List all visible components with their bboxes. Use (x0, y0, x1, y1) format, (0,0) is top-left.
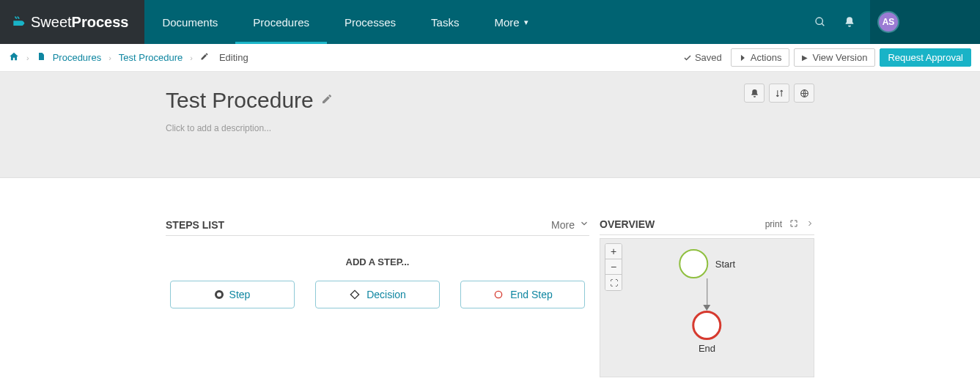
add-step-button[interactable]: Step (170, 281, 295, 308)
overview-header: OVERVIEW print (600, 218, 814, 235)
zoom-fit-button[interactable]: ⛶ (605, 275, 622, 290)
steps-list-title: STEPS LIST (166, 219, 224, 231)
brand-prefix: Sweet (31, 14, 72, 31)
add-decision-label: Decision (366, 289, 406, 300)
decision-icon (349, 289, 361, 300)
steps-column: STEPS LIST More ADD A STEP... Step Decis… (166, 218, 589, 377)
breadcrumb: › Procedures › Test Procedure › Editing (9, 51, 248, 64)
nav-tasks[interactable]: Tasks (413, 0, 476, 44)
pencil-icon (200, 52, 209, 63)
main: STEPS LIST More ADD A STEP... Step Decis… (0, 178, 980, 377)
breadcrumb-sep: › (108, 53, 111, 62)
overview-column: OVERVIEW print + − ⛶ Start (600, 218, 814, 377)
svg-rect-3 (350, 290, 358, 298)
sub-actions: Saved Actions ▶ View Version Request App… (683, 48, 971, 67)
home-icon[interactable] (9, 51, 19, 64)
procedure-title-text: Test Procedure (166, 88, 314, 113)
add-decision-button[interactable]: Decision (315, 281, 440, 308)
add-end-step-button[interactable]: End Step (460, 281, 585, 308)
sort-icon[interactable] (769, 84, 789, 103)
notifications-icon[interactable] (744, 84, 765, 103)
breadcrumb-sep: › (26, 53, 29, 62)
avatar: AS (877, 11, 899, 33)
nav-processes[interactable]: Processes (327, 0, 413, 44)
svg-point-4 (495, 291, 502, 297)
nav-items: Documents Procedures Processes Tasks Mor… (144, 0, 545, 44)
flow-start-node[interactable] (679, 249, 708, 278)
steps-more-button[interactable]: More (551, 218, 589, 231)
user-chip[interactable]: AS (870, 0, 980, 44)
saved-indicator: Saved (683, 52, 722, 63)
step-icon (215, 290, 224, 299)
chevron-down-icon (579, 218, 589, 231)
top-nav: SweetProcess Documents Procedures Proces… (0, 0, 980, 44)
title-icon-row (744, 84, 814, 103)
logo-icon (10, 14, 26, 30)
chevron-down-icon: ▾ (524, 18, 528, 27)
overview-panel: + − ⛶ Start End (600, 238, 814, 377)
expand-icon[interactable] (789, 219, 798, 230)
brand-logo[interactable]: SweetProcess (0, 0, 144, 44)
request-approval-button[interactable]: Request Approval (880, 48, 971, 67)
brand-bold: Process (72, 14, 129, 31)
nav-more[interactable]: More ▾ (476, 0, 545, 44)
edit-title-icon[interactable] (321, 93, 333, 108)
zoom-in-button[interactable]: + (605, 244, 622, 259)
steps-more-label: More (551, 219, 575, 231)
breadcrumb-item[interactable]: Test Procedure (119, 52, 183, 63)
nav-icons (807, 0, 870, 44)
search-icon[interactable] (807, 9, 833, 35)
zoom-controls: + − ⛶ (605, 243, 622, 291)
nav-procedures[interactable]: Procedures (235, 0, 327, 44)
title-band: Test Procedure Click to add a descriptio… (0, 72, 980, 178)
actions-label: Actions (751, 52, 782, 63)
nav-more-label: More (494, 16, 519, 29)
flow-arrow (704, 278, 711, 311)
file-icon (37, 51, 45, 64)
nav-documents[interactable]: Documents (144, 0, 235, 44)
flow-end-node[interactable] (693, 311, 722, 340)
sub-bar: › Procedures › Test Procedure › Editing … (0, 44, 980, 72)
svg-line-1 (822, 23, 824, 26)
actions-button[interactable]: Actions (731, 48, 790, 67)
view-version-button[interactable]: ▶ View Version (794, 48, 875, 67)
svg-point-0 (816, 18, 822, 24)
add-a-step-header: ADD A STEP... (166, 256, 589, 267)
zoom-out-button[interactable]: − (605, 259, 622, 275)
add-step-label: Step (229, 289, 251, 300)
breadcrumb-editing: Editing (219, 52, 248, 63)
add-end-step-label: End Step (510, 289, 553, 300)
overview-title: OVERVIEW (600, 218, 655, 230)
steps-list-header: STEPS LIST More (166, 218, 589, 236)
description-placeholder[interactable]: Click to add a description... (166, 123, 980, 133)
view-version-label: View Version (812, 52, 867, 63)
chevron-right-icon[interactable] (806, 219, 814, 230)
flow-start-label: Start (715, 259, 735, 270)
saved-label: Saved (695, 52, 722, 63)
play-icon: ▶ (802, 53, 808, 62)
bell-icon[interactable] (836, 9, 863, 35)
end-step-icon (493, 289, 504, 300)
procedure-title[interactable]: Test Procedure (166, 88, 980, 113)
flow-end-label: End (699, 343, 715, 354)
overview-tools: print (765, 219, 814, 230)
globe-icon[interactable] (794, 84, 814, 103)
print-link[interactable]: print (765, 219, 782, 229)
breadcrumb-procedures[interactable]: Procedures (53, 52, 101, 63)
flow-diagram: Start End (679, 249, 735, 354)
step-type-row: Step Decision End Step (166, 281, 589, 308)
breadcrumb-sep: › (190, 53, 193, 62)
